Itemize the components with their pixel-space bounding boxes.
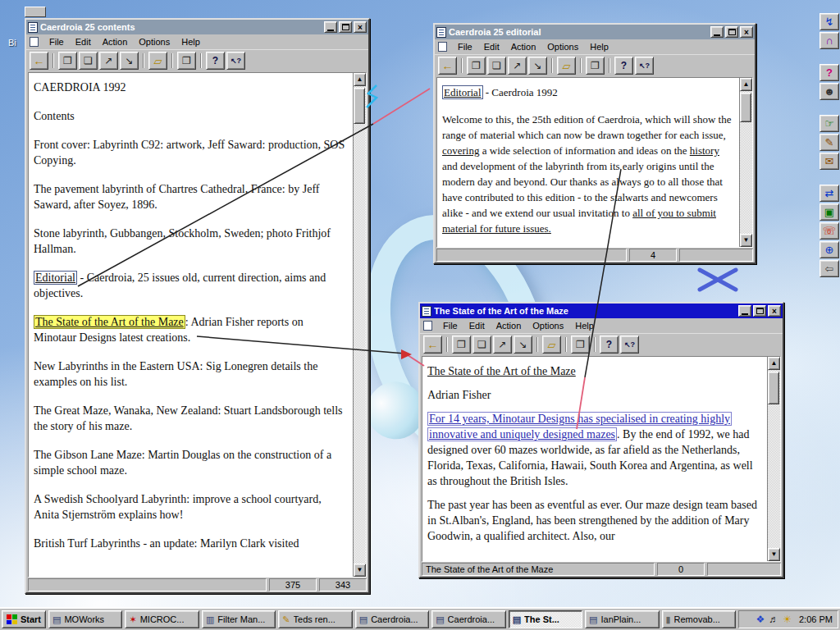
- pages-button[interactable]: ❐: [177, 52, 196, 70]
- titlebar[interactable]: Caerdroia 25 editorial ×: [435, 25, 755, 39]
- scrollbar-track[interactable]: [354, 86, 366, 564]
- link-up-button[interactable]: ↗: [99, 52, 118, 70]
- copy-page-button[interactable]: ❐: [58, 52, 77, 70]
- task-button-ianplain[interactable]: ▤IanPlain...: [585, 610, 659, 628]
- close-button[interactable]: ×: [740, 26, 753, 38]
- context-help-button[interactable]: ↖?: [226, 52, 245, 70]
- maximize-button[interactable]: [753, 305, 766, 317]
- overview-icon[interactable]: ∩: [819, 32, 839, 49]
- task-button-microc[interactable]: ✶MICROC...: [125, 610, 199, 628]
- vertical-scrollbar[interactable]: ▲ ▼: [353, 73, 366, 577]
- globe-icon[interactable]: ⊕: [819, 241, 839, 258]
- minimize-button[interactable]: [324, 21, 337, 33]
- pencil-icon[interactable]: ✎: [819, 134, 839, 151]
- menu-options[interactable]: Options: [541, 40, 584, 53]
- copy-page-button[interactable]: ❐: [467, 57, 486, 75]
- system-menu-icon[interactable]: [438, 42, 447, 52]
- menu-edit[interactable]: Edit: [70, 35, 97, 48]
- pages-button[interactable]: ❐: [586, 57, 605, 75]
- title-link[interactable]: The State of the Art of the Maze: [427, 365, 576, 377]
- clock[interactable]: 2:06 PM: [799, 614, 833, 624]
- task-button-removable[interactable]: ▮Removab...: [662, 610, 736, 628]
- menu-action[interactable]: Action: [97, 35, 134, 48]
- scroll-up-button[interactable]: ▲: [354, 73, 366, 86]
- disk-icon[interactable]: ▣: [819, 203, 839, 221]
- vertical-scrollbar[interactable]: ▲ ▼: [767, 357, 780, 561]
- start-button[interactable]: Start: [2, 610, 46, 628]
- scroll-up-button[interactable]: ▲: [740, 78, 752, 91]
- mail-icon[interactable]: ✉: [819, 153, 839, 170]
- menu-help[interactable]: Help: [176, 35, 206, 48]
- task-button-moworks[interactable]: ▤MOWorks: [48, 610, 122, 628]
- copy-page-button[interactable]: ❐: [452, 336, 471, 354]
- link-up-button[interactable]: ↗: [508, 57, 527, 75]
- maximize-button[interactable]: [339, 21, 352, 33]
- tray-status-icon[interactable]: ☀: [783, 614, 792, 625]
- vertical-scrollbar[interactable]: ▲ ▼: [739, 78, 752, 247]
- menu-action[interactable]: Action: [491, 319, 527, 332]
- titlebar[interactable]: Caerdroia 25 contents ×: [26, 20, 368, 34]
- task-button-filter-manager[interactable]: ▥Filter Man...: [202, 610, 276, 628]
- author-icon[interactable]: ☻: [819, 83, 839, 100]
- task-button-caerdroia-1[interactable]: ▤Caerdroia...: [355, 610, 429, 628]
- back-arrow-icon[interactable]: ⇦: [819, 260, 839, 277]
- menu-help[interactable]: Help: [569, 319, 600, 332]
- zap-icon[interactable]: ↯: [819, 13, 839, 30]
- swap-icon[interactable]: ⇄: [819, 185, 839, 202]
- help-button[interactable]: ?: [614, 57, 633, 75]
- menu-file[interactable]: File: [437, 319, 463, 332]
- scroll-down-button[interactable]: ▼: [740, 234, 752, 247]
- system-menu-icon[interactable]: [30, 37, 39, 47]
- back-button[interactable]: ←: [30, 52, 48, 70]
- link-down-button[interactable]: ↘: [528, 57, 547, 75]
- scrollbar-thumb[interactable]: [354, 88, 365, 124]
- open-button[interactable]: ▱: [148, 52, 167, 70]
- editorial-link[interactable]: Editorial: [442, 85, 483, 99]
- pages-button[interactable]: ❐: [571, 336, 590, 354]
- menu-file[interactable]: File: [452, 40, 478, 53]
- scroll-down-button[interactable]: ▼: [354, 564, 366, 577]
- help-button[interactable]: ?: [600, 336, 619, 354]
- minimize-button[interactable]: [710, 26, 724, 38]
- close-button[interactable]: ×: [354, 21, 367, 33]
- task-button-caerdroia-2[interactable]: ▤Caerdroia...: [431, 610, 505, 628]
- tray-volume-icon[interactable]: ♬: [769, 614, 778, 625]
- scroll-down-button[interactable]: ▼: [768, 548, 780, 561]
- open-button[interactable]: ▱: [557, 57, 576, 75]
- copy-link-button[interactable]: ❏: [79, 52, 98, 70]
- menu-help[interactable]: Help: [584, 40, 614, 53]
- scrollbar-thumb[interactable]: [768, 372, 779, 404]
- minimize-button[interactable]: [738, 305, 751, 317]
- link-down-button[interactable]: ↘: [120, 52, 139, 70]
- link-down-button[interactable]: ↘: [514, 336, 532, 354]
- help-button[interactable]: ?: [206, 52, 225, 70]
- link-up-button[interactable]: ↗: [493, 336, 512, 354]
- state-of-the-art-link[interactable]: The State of the Art of the Maze: [34, 315, 185, 329]
- scrollbar-track[interactable]: [768, 370, 780, 548]
- copy-link-button[interactable]: ❏: [472, 336, 491, 354]
- system-menu-icon[interactable]: [423, 321, 432, 331]
- task-button-teds[interactable]: ✎Teds ren...: [278, 610, 352, 628]
- menu-options[interactable]: Options: [527, 319, 569, 332]
- context-help-button[interactable]: ↖?: [620, 336, 639, 354]
- context-help-button[interactable]: ↖?: [635, 57, 654, 75]
- tray-shield-icon[interactable]: ❖: [756, 614, 765, 625]
- menu-edit[interactable]: Edit: [478, 40, 505, 53]
- phone-icon[interactable]: ☏: [819, 222, 839, 240]
- desktop-icon-label[interactable]: Bi: [8, 38, 16, 48]
- menu-action[interactable]: Action: [505, 40, 542, 53]
- maximize-button[interactable]: [725, 26, 738, 38]
- pointer-hand-icon[interactable]: ☞: [819, 115, 839, 132]
- scrollbar-thumb[interactable]: [740, 93, 751, 122]
- menu-file[interactable]: File: [43, 35, 70, 48]
- close-button[interactable]: ×: [768, 305, 781, 317]
- menu-options[interactable]: Options: [133, 35, 176, 48]
- titlebar[interactable]: The State of the Art of the Maze ×: [420, 304, 783, 318]
- menu-edit[interactable]: Edit: [463, 319, 491, 332]
- history-link[interactable]: history: [690, 144, 719, 157]
- scrollbar-track[interactable]: [740, 91, 752, 234]
- help-icon[interactable]: ?: [819, 64, 839, 81]
- copy-link-button[interactable]: ❏: [487, 57, 506, 75]
- task-button-the-state[interactable]: ▤The St...: [509, 610, 582, 628]
- back-button[interactable]: ←: [438, 57, 457, 75]
